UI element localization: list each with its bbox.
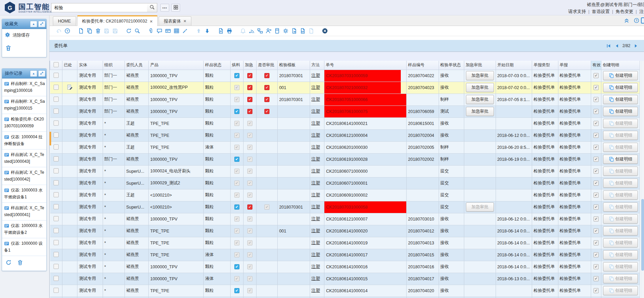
bake-checkbox[interactable]: ✔	[234, 133, 239, 138]
next-page-icon[interactable]	[633, 43, 639, 48]
delete-icon[interactable]	[94, 27, 102, 35]
approved-checkbox[interactable]: ✔	[264, 97, 269, 102]
order-code[interactable]: CK201807061000075	[324, 106, 406, 117]
select-all-checkbox[interactable]	[54, 62, 59, 67]
record-item[interactable]: 仪器: 1000003 水平燃烧设备1	[2, 185, 46, 203]
order-code[interactable]: CK201806121000004	[324, 130, 406, 141]
table-row[interactable]: 测试专用*SuperU...<1000210>颗粒✔✔✔2018070301注塑…	[50, 201, 640, 213]
copy-icon[interactable]	[85, 27, 94, 35]
col-header-method[interactable]: 方法	[310, 61, 324, 70]
bake-checkbox[interactable]: ✔	[234, 264, 239, 269]
order-code[interactable]: CK201806201000030	[324, 142, 406, 153]
bake-checkbox[interactable]: ✔	[234, 109, 239, 114]
search-icon[interactable]	[133, 27, 142, 35]
method-link[interactable]: 注塑	[311, 145, 320, 150]
create-detail-button[interactable]: 创建明细	[603, 131, 638, 140]
urgent-flag-checkbox[interactable]: ✔	[247, 240, 252, 245]
order-code[interactable]: CK201806141000017	[324, 249, 406, 261]
row-select-checkbox[interactable]	[54, 228, 59, 233]
row-select-checkbox[interactable]	[54, 180, 59, 185]
valid-checkbox[interactable]: ✔	[594, 145, 599, 150]
valid-checkbox[interactable]: ✔	[594, 85, 599, 90]
tab--ck201807021000032[interactable]: 检验委托单: CK201807021000032×	[77, 15, 158, 26]
create-detail-button[interactable]: 创建明细	[603, 167, 638, 176]
row-select-checkbox[interactable]	[54, 85, 59, 90]
row-select-checkbox[interactable]	[54, 73, 59, 78]
table-row[interactable]: 测试专用部门一褚燕景1000000_TPV颗粒✔✔✔2018070301注塑CK…	[50, 70, 640, 82]
close-icon[interactable]: ×	[150, 20, 153, 23]
record-item[interactable]: 样品测试: X_C_Tested[1000043]	[2, 150, 46, 167]
order-code[interactable]: CK201807031000059	[324, 70, 401, 82]
table-row[interactable]: 测试专用*褚燕景TPE_TPE液体✔✔注塑CK20180614100001720…	[50, 249, 640, 261]
create-detail-button[interactable]: 创建明细	[603, 107, 638, 116]
scrollbar-thumb[interactable]	[641, 199, 644, 271]
pdf-export-icon[interactable]	[217, 27, 225, 35]
record-item[interactable]: 样品测试: X_C_Tested[1000042]	[2, 167, 46, 185]
global-search-input[interactable]	[51, 3, 147, 12]
valid-checkbox[interactable]: ✔	[594, 228, 599, 233]
records-collapse-button[interactable]: ▲	[30, 70, 37, 77]
order-code[interactable]: CK201806091000002	[324, 189, 406, 201]
bake-checkbox[interactable]: ✔	[234, 157, 239, 162]
col-header-status[interactable]: 检验单状态	[439, 61, 464, 70]
col-header-template[interactable]: 检验模板	[278, 61, 310, 70]
urgent-flag-checkbox[interactable]: ✔	[247, 216, 252, 222]
col-header-valid[interactable]: 有效	[591, 61, 601, 70]
valid-checkbox[interactable]: ✔	[594, 288, 599, 293]
urgent-flag-checkbox[interactable]: ✔	[247, 252, 252, 257]
col-header-create-detail[interactable]: 创建明细	[601, 61, 640, 70]
valid-checkbox[interactable]: ✔	[594, 204, 599, 210]
order-code[interactable]: CK201806141000015	[324, 273, 406, 285]
add-contact-icon[interactable]	[264, 27, 273, 35]
urgent-flag-checkbox[interactable]: ✔	[247, 228, 252, 233]
row-select-checkbox[interactable]	[54, 144, 59, 150]
bake-checkbox[interactable]: ✔	[234, 240, 239, 245]
export-document-icon[interactable]	[290, 27, 298, 35]
favorites-item-clear-cache[interactable]: 清除缓存	[2, 29, 46, 41]
col-header-approved[interactable]: 是否审批	[257, 61, 278, 70]
magic-wand-icon[interactable]	[181, 27, 189, 35]
valid-checkbox[interactable]: ✔	[594, 181, 599, 186]
valid-checkbox[interactable]: ✔	[594, 109, 599, 114]
method-link[interactable]: 注塑	[311, 228, 320, 233]
edit-record-icon[interactable]	[67, 86, 73, 91]
method-link[interactable]: 注塑	[311, 264, 320, 269]
urgent-approve-button[interactable]: 加急审批	[466, 71, 494, 80]
urgent-flag-checkbox[interactable]: ✔	[247, 276, 252, 281]
create-detail-button[interactable]: 创建明细	[603, 71, 638, 80]
cancel-task-icon[interactable]	[321, 27, 329, 35]
approved-checkbox[interactable]: ✔	[264, 109, 269, 114]
help-icon[interactable]: ?	[63, 27, 72, 35]
create-detail-button[interactable]: 创建明细	[603, 95, 638, 104]
valid-checkbox[interactable]: ✔	[594, 252, 599, 257]
table-row[interactable]: 测试专用*褚燕景TPE_TPE颗粒✔✔注塑CK20180612100000420…	[50, 129, 640, 141]
trash-icon[interactable]	[17, 259, 23, 267]
vertical-scrollbar[interactable]	[641, 61, 644, 298]
urgent-flag-checkbox[interactable]: ✔	[247, 109, 252, 114]
method-link[interactable]: 注塑	[311, 252, 320, 257]
row-select-checkbox[interactable]	[54, 132, 59, 138]
col-header-start-date[interactable]: 开始日期	[496, 61, 532, 70]
table-row[interactable]: 测试专用*SuperU...1000029_测试2颗粒✔✔注塑CK2018060…	[50, 177, 640, 189]
approved-checkbox[interactable]: ✔	[264, 85, 269, 90]
method-link[interactable]: 注塑	[311, 73, 320, 78]
print-icon[interactable]	[225, 27, 234, 35]
prev-page-icon[interactable]	[614, 43, 619, 48]
search-button[interactable]	[147, 3, 157, 12]
urgent-flag-checkbox[interactable]: ✔	[247, 85, 252, 90]
workflow-icon[interactable]	[256, 27, 264, 35]
record-item[interactable]: 样品制样: X_C_Samping[1000015	[2, 96, 46, 114]
col-header-product[interactable]: 产品	[149, 61, 204, 70]
row-select-checkbox[interactable]	[54, 120, 59, 126]
apps-grid-button[interactable]	[171, 4, 180, 12]
urgent-approve-button[interactable]: 加急审批	[466, 107, 494, 116]
first-page-icon[interactable]	[606, 43, 611, 48]
bake-checkbox[interactable]: ✔	[234, 121, 239, 126]
bake-checkbox[interactable]: ✔	[234, 228, 239, 233]
col-header-select[interactable]	[50, 61, 62, 70]
bake-checkbox[interactable]: ✔	[234, 181, 239, 186]
urgent-approve-button[interactable]: 加急审批	[466, 95, 494, 104]
bake-checkbox[interactable]: ✔	[234, 288, 239, 293]
valid-checkbox[interactable]: ✔	[594, 97, 599, 102]
col-header-entity[interactable]: 实体	[77, 61, 103, 70]
